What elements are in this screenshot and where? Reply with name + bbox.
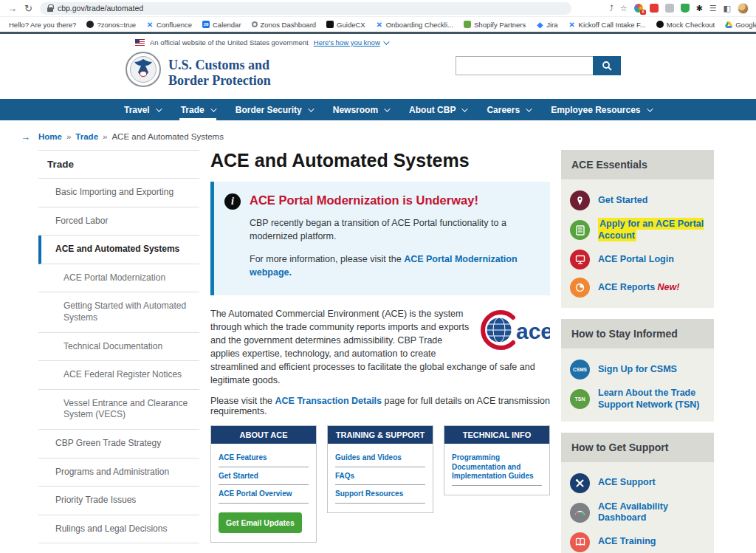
- bookmark-item[interactable]: 28Calendar: [202, 21, 241, 29]
- nav-item-careers[interactable]: Careers: [476, 99, 540, 120]
- sidebar-item-priority-trade-issues[interactable]: Priority Trade Issues: [38, 487, 199, 515]
- ace-transaction-details-link[interactable]: ACE Transaction Details: [275, 396, 382, 406]
- bookmark-item[interactable]: Zonos Dashboard: [252, 21, 317, 29]
- sidebar-item-ace-automated-systems[interactable]: ACE and Automated Systems: [38, 236, 199, 264]
- bookmark-item[interactable]: Hello? Are you there?: [9, 21, 76, 29]
- about-ace-box: ABOUT ACE ACE Features Get Started ACE P…: [210, 425, 317, 543]
- nav-item-about-cbp[interactable]: About CBP: [399, 99, 476, 120]
- breadcrumb-trade[interactable]: Trade: [75, 132, 98, 141]
- chevron-down-icon: [526, 106, 532, 111]
- box-header: ABOUT ACE: [211, 426, 316, 444]
- info-icon: i: [224, 193, 241, 210]
- bookmark-item[interactable]: ✕Onboarding Checkli...: [376, 21, 453, 29]
- ring-icon: [252, 21, 258, 27]
- book-icon: [570, 532, 590, 552]
- profile-avatar[interactable]: [738, 3, 749, 14]
- drive-triangle-icon: [725, 21, 732, 28]
- highlighted-link[interactable]: Apply for an ACE Portal Account: [598, 218, 704, 241]
- extension-shield-icon[interactable]: [681, 4, 690, 13]
- informed-tsn[interactable]: TSN Learn About the Trade Support Networ…: [570, 388, 705, 411]
- sidebar-item-programs-administration[interactable]: Programs and Administration: [38, 458, 199, 487]
- sidebar-item-stakeholder-engagement[interactable]: Stakeholder Engagement: [38, 543, 199, 553]
- main-content: ACE and Automated Systems i ACE Portal M…: [210, 150, 550, 553]
- chevron-down-icon: [156, 106, 162, 111]
- sidebar-item-technical-documentation[interactable]: Technical Documentation: [38, 333, 199, 362]
- bookmark-item[interactable]: GuideCX: [326, 21, 365, 29]
- box-title: ACE Essentials: [561, 150, 714, 179]
- reload-icon[interactable]: ↻: [24, 4, 32, 13]
- bookmark-star-icon[interactable]: ☆: [620, 4, 628, 13]
- nav-item-travel[interactable]: Travel: [114, 99, 171, 120]
- agency-name[interactable]: U.S. Customs and Border Protection: [168, 58, 271, 88]
- extensions-puzzle-icon[interactable]: ✱: [696, 4, 703, 13]
- essentials-apply-portal-account[interactable]: Apply for an ACE Portal Account: [570, 219, 705, 241]
- how-you-know-link[interactable]: Here's how you know: [314, 38, 388, 47]
- bookmark-item[interactable]: Google Drive: [725, 21, 756, 29]
- extension-badge: 8: [640, 10, 645, 15]
- bookmark-item[interactable]: ?zonos=true: [86, 21, 136, 29]
- search-input[interactable]: [456, 56, 593, 75]
- get-email-updates-button[interactable]: Get Email Updates: [219, 512, 302, 533]
- faqs-link[interactable]: FAQs: [335, 467, 425, 486]
- info-boxes: ABOUT ACE ACE Features Get Started ACE P…: [210, 425, 550, 543]
- chevron-down-icon: [384, 106, 390, 111]
- guides-videos-link[interactable]: Guides and Videos: [335, 449, 425, 467]
- split-view-icon[interactable]: ◧: [724, 4, 731, 13]
- cbp-seal-logo[interactable]: [126, 52, 161, 90]
- sidebar-item-vecs[interactable]: Vessel Entrance and Clearance System (VE…: [38, 390, 199, 430]
- share-icon[interactable]: ⤴: [609, 4, 614, 13]
- chevron-down-icon: [383, 38, 389, 44]
- support-ace-training[interactable]: ACE Training: [570, 532, 705, 552]
- sidebar-item-green-trade-strategy[interactable]: CBP Green Trade Strategy: [38, 430, 199, 458]
- alert-body: For more information, please visit the A…: [250, 253, 538, 279]
- intro-paragraph: ace The Automated Commercial Environment…: [210, 307, 550, 388]
- nav-item-trade[interactable]: Trade: [171, 99, 225, 120]
- support-resources-link[interactable]: Support Resources: [335, 485, 425, 504]
- gauge-icon: [570, 503, 590, 523]
- support-availability-dashboard[interactable]: ACE Availability Dashboard: [570, 501, 705, 524]
- box-header: TRAINING & SUPPORT: [328, 426, 433, 444]
- sidebar-item-rulings-legal-decisions[interactable]: Rulings and Legal Decisions: [38, 515, 199, 544]
- jira-diamond-icon: ◆: [536, 21, 543, 28]
- address-bar[interactable]: cbp.gov/trade/automated: [40, 2, 571, 15]
- support-ace-support[interactable]: ACE Support: [570, 473, 705, 493]
- essentials-portal-login[interactable]: ACE Portal Login: [570, 250, 705, 269]
- sidebar-item-ace-portal-modernization[interactable]: ACE Portal Modernization: [38, 264, 199, 293]
- sidebar-item-getting-started[interactable]: Getting Started with Automated Systems: [38, 292, 199, 332]
- page-title: ACE and Automated Systems: [210, 150, 550, 171]
- url-text[interactable]: cbp.gov/trade/automated: [58, 4, 143, 13]
- ace-features-link[interactable]: ACE Features: [219, 449, 309, 467]
- informed-sign-up-csms[interactable]: CSMS Sign Up for CSMS: [570, 360, 705, 379]
- search-icon: [602, 61, 612, 71]
- sidebar-item-forced-labor[interactable]: Forced Labor: [38, 207, 199, 236]
- extension-gray-icon[interactable]: [665, 4, 674, 13]
- breadcrumb-arrow-icon[interactable]: →: [21, 131, 30, 142]
- sidebar-item-federal-register-notices[interactable]: ACE Federal Register Notices: [38, 361, 199, 390]
- bookmark-item[interactable]: ✕Confluence: [146, 21, 192, 29]
- get-started-link[interactable]: Get Started: [219, 467, 309, 486]
- confluence-icon: ✕: [568, 21, 576, 28]
- reading-list-icon[interactable]: ☰: [709, 4, 717, 13]
- nav-item-newsroom[interactable]: Newsroom: [323, 99, 399, 120]
- ace-portal-overview-link[interactable]: ACE Portal Overview: [219, 485, 309, 504]
- nav-item-employee-resources[interactable]: Employee Resources: [540, 99, 661, 120]
- chevron-down-icon: [647, 106, 653, 111]
- bookmark-item[interactable]: ◆Jira: [536, 21, 557, 29]
- document-icon: [570, 220, 590, 240]
- site-header: U.S. Customs and Border Protection: [0, 49, 756, 99]
- sidebar-item-basic-importing[interactable]: Basic Importing and Exporting: [38, 179, 199, 207]
- bookmark-item[interactable]: ✕Kickoff Call Intake F...: [568, 21, 646, 29]
- shopify-bag-icon: [464, 21, 471, 28]
- breadcrumb-home[interactable]: Home: [38, 132, 62, 141]
- essentials-ace-reports[interactable]: ACE Reports New!: [570, 278, 705, 298]
- bookmark-item[interactable]: Mock Checkout: [656, 21, 715, 29]
- nav-item-border-security[interactable]: Border Security: [225, 99, 323, 120]
- essentials-get-started[interactable]: Get Started: [570, 190, 705, 210]
- extension-wheel-icon[interactable]: 8: [634, 4, 643, 13]
- programming-documentation-link[interactable]: Programming Documentation and Implementa…: [452, 449, 542, 486]
- bookmark-item[interactable]: Shopify Partners: [464, 21, 526, 29]
- forward-icon[interactable]: →: [7, 4, 17, 13]
- extension-red-icon[interactable]: [650, 4, 659, 13]
- search-button[interactable]: [593, 56, 621, 75]
- sidebar-section-title: Trade: [38, 151, 199, 179]
